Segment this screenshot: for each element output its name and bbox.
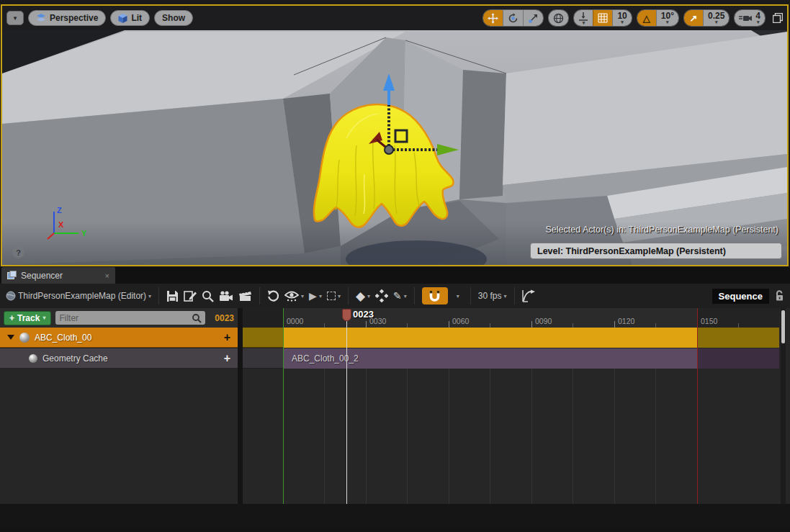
window-bottom-edge [0, 526, 790, 532]
3d-viewport[interactable]: ▾ Perspective Lit Show [1, 4, 789, 266]
playhead-marker[interactable] [342, 309, 351, 321]
save-as-icon [184, 290, 197, 302]
world-space-button[interactable] [549, 10, 568, 26]
view-options-button[interactable]: ▾ [284, 290, 304, 302]
timeline-area[interactable]: 0000 0030 0060 0090 0120 0150 0023 ABC_C… [243, 308, 790, 504]
timeline-track-geometry-cache[interactable]: ABC_Cloth_00_2 [243, 348, 779, 369]
vertical-scrollbar[interactable] [781, 308, 786, 504]
globe-icon [553, 13, 564, 24]
viewport-options-button[interactable]: ▾ [6, 11, 24, 25]
axis-y-label: Y [81, 229, 86, 238]
restore-viewport-icon[interactable] [773, 13, 783, 23]
playback-start-line[interactable] [283, 308, 284, 504]
camera-speed-button[interactable]: 4 ▾ [735, 10, 765, 26]
curve-editor-icon [522, 289, 537, 302]
select-edit-options-button[interactable]: ▾ [327, 292, 341, 300]
vertical-scrollbar-thumb[interactable] [781, 310, 785, 343]
chevron-down-icon: ▾ [666, 20, 669, 24]
timeline-ruler[interactable]: 0000 0030 0060 0090 0120 0150 0023 [243, 308, 779, 328]
close-icon[interactable]: × [105, 271, 109, 280]
geometry-cache-icon [29, 354, 37, 363]
key-options-button[interactable]: ◆ ▾ [356, 289, 370, 304]
move-tool-button[interactable] [483, 10, 503, 26]
angle-icon: △ [643, 14, 650, 22]
search-icon [192, 313, 202, 323]
auto-key-button[interactable] [375, 289, 388, 302]
track-section[interactable] [283, 328, 697, 348]
lit-label: Lit [131, 13, 142, 23]
edit-options-button[interactable]: ✎ ▾ [393, 290, 407, 302]
sequencer-body: + Track ▾ 0023 ABC_Cloth_00 + [0, 308, 790, 504]
add-section-button[interactable]: + [224, 331, 230, 344]
panel-splitter[interactable] [238, 308, 243, 504]
snap-toggle-button[interactable] [422, 287, 448, 305]
scale-tool-button[interactable] [523, 10, 543, 26]
render-movie-button[interactable] [238, 290, 252, 302]
undo-icon [267, 290, 279, 302]
chevron-down-icon: ▾ [583, 21, 585, 24]
chevron-down-icon: ▾ [42, 315, 45, 321]
scale-snap-value[interactable]: 0.25 ▾ [703, 10, 729, 26]
ruler-tick: 0150 [701, 317, 717, 325]
move-icon [488, 13, 498, 24]
scale-icon [528, 13, 539, 24]
rotation-snap-value[interactable]: 10° ▾ [656, 10, 678, 26]
expander-icon[interactable] [7, 335, 14, 340]
snap-options-button[interactable]: ▾ [453, 293, 463, 299]
grid-snap-toggle[interactable] [593, 10, 612, 26]
filter-input[interactable] [59, 313, 192, 323]
sequence-breadcrumb[interactable]: Sequence [712, 289, 769, 304]
curve-editor-button[interactable] [522, 289, 537, 302]
undo-button[interactable] [267, 290, 279, 302]
grid-snap-value[interactable]: 10 ▾ [612, 10, 631, 26]
scale-snap-toggle[interactable]: ↗ [684, 10, 703, 26]
playhead-frame-label: 0023 [353, 309, 374, 320]
add-track-button[interactable]: + Track ▾ [4, 311, 51, 325]
track-label: ABC_Cloth_00 [35, 333, 219, 343]
rotate-tool-button[interactable] [503, 10, 523, 26]
filter-box [55, 311, 205, 325]
fps-dropdown[interactable]: 30 fps ▾ [478, 291, 507, 301]
play-icon: ▶ [309, 290, 317, 302]
selected-actor-text: Selected Actor(s) in: ThirdPersonExample… [545, 225, 778, 235]
surface-snap-button[interactable]: ▾ [574, 10, 593, 26]
geometry-cache-section[interactable]: ABC_Cloth_00_2 [283, 348, 697, 369]
playhead-line[interactable] [346, 321, 347, 504]
save-icon [166, 290, 179, 302]
viewport-scene[interactable]: Z X Y ? Selected Actor(s) in: ThirdPerso… [2, 30, 787, 265]
axis-z-label: Z [57, 206, 62, 215]
sequencer-panel: Sequencer × ThirdPersonExampleMap (Edito… [0, 267, 790, 532]
rotation-snap-group: △ 10° ▾ [637, 9, 679, 27]
find-in-content-browser-button[interactable] [202, 290, 214, 302]
sequencer-tab-icon [7, 271, 17, 280]
chevron-down-icon: ▾ [715, 20, 718, 24]
help-icon[interactable]: ? [12, 246, 24, 258]
sequence-breadcrumb-label: Sequence [719, 291, 763, 302]
timeline-track-abc-cloth[interactable] [243, 328, 779, 348]
breadcrumb-label: ThirdPersonExampleMap (Editor) [18, 291, 146, 301]
current-frame-display[interactable]: 0023 [210, 313, 234, 323]
lit-button[interactable]: Lit [110, 10, 150, 26]
create-camera-button[interactable] [219, 291, 233, 302]
ruler-tick: 0060 [452, 317, 469, 325]
playback-end-line[interactable] [697, 308, 698, 504]
level-button[interactable]: Level: ThirdPersonExampleMap (Persistent… [530, 243, 782, 259]
tab-sequencer[interactable]: Sequencer × [1, 267, 115, 284]
playback-options-button[interactable]: ▶ ▾ [309, 290, 322, 302]
breadcrumb[interactable]: ThirdPersonExampleMap (Editor) ▾ [6, 291, 151, 301]
add-section-button[interactable]: + [224, 352, 230, 365]
save-button[interactable] [166, 290, 179, 302]
lock-button[interactable] [774, 290, 784, 302]
magnet-icon [429, 290, 440, 302]
rotate-icon [508, 13, 519, 24]
track-row-geometry-cache[interactable]: Geometry Cache + [0, 348, 238, 369]
show-button[interactable]: Show [154, 10, 193, 26]
grid-icon [598, 13, 608, 23]
geometry-cache-section-out-of-range [697, 348, 779, 369]
eye-icon [284, 290, 299, 302]
rotation-snap-toggle[interactable]: △ [637, 10, 656, 26]
outliner-header: + Track ▾ 0023 [0, 308, 238, 328]
perspective-button[interactable]: Perspective [28, 10, 106, 26]
save-as-button[interactable] [184, 290, 197, 302]
track-row-abc-cloth[interactable]: ABC_Cloth_00 + [0, 328, 238, 348]
